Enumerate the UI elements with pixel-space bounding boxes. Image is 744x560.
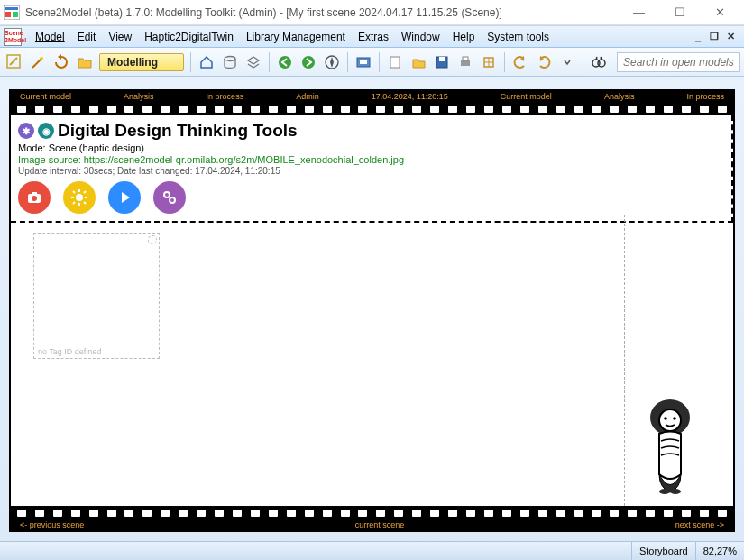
dropdown-icon[interactable] (556, 51, 578, 73)
svg-rect-11 (360, 60, 367, 64)
edit-tool-icon[interactable] (4, 51, 25, 73)
canvas[interactable]: ✱ ◉ Digital Design Thinking Tools Mode: … (11, 115, 733, 506)
menu-system-tools[interactable]: System tools (481, 28, 556, 46)
screenshot-icon[interactable] (353, 51, 374, 73)
current-scene-label: current scene (355, 520, 405, 529)
divider-line (624, 215, 625, 506)
open-icon[interactable] (408, 51, 429, 73)
save-icon[interactable] (431, 51, 453, 73)
menu-help[interactable]: Help (446, 28, 482, 46)
svg-line-31 (73, 202, 75, 204)
image-placeholder[interactable]: no Tag ID defined (33, 233, 160, 359)
svg-rect-16 (463, 57, 468, 60)
doc-icon: Scene2Model (4, 28, 22, 46)
new-doc-icon[interactable] (384, 51, 406, 73)
svg-rect-15 (461, 60, 470, 66)
print-icon[interactable] (455, 51, 476, 73)
svg-point-39 (670, 489, 681, 494)
gears-icon (161, 188, 179, 207)
mdi-close-button[interactable]: ✕ (724, 31, 737, 43)
svg-rect-1 (5, 7, 18, 10)
menu-view[interactable]: View (102, 28, 138, 46)
mode-selector[interactable]: Modelling (99, 53, 184, 71)
database-icon[interactable] (219, 51, 241, 73)
export-icon[interactable] (478, 51, 500, 73)
film-label: 17.04.2024, 11:20:15 (372, 92, 448, 101)
forward-icon[interactable] (298, 51, 319, 73)
status-view[interactable]: Storyboard (631, 542, 695, 560)
menu-edit[interactable]: Edit (71, 28, 103, 46)
svg-point-21 (32, 196, 37, 201)
wand-icon[interactable] (27, 51, 49, 73)
menu-window[interactable]: Window (395, 28, 446, 46)
svg-point-33 (170, 197, 175, 203)
back-icon[interactable] (274, 51, 296, 73)
menubar: Scene2Model Model Edit View Haptic2Digit… (0, 25, 744, 48)
window-title: Scene2Model (beta) 1.7.0: Modelling Tool… (25, 6, 619, 19)
placeholder-handle-icon (148, 235, 157, 244)
search-input[interactable] (617, 52, 740, 72)
svg-point-5 (40, 57, 43, 60)
undo-icon[interactable] (510, 51, 531, 73)
svg-point-37 (673, 417, 676, 420)
film-label: In process (686, 92, 724, 101)
status-zoom[interactable]: 82,27% (695, 542, 744, 560)
tool-badge-icon: ✱ (18, 123, 34, 139)
persona-figure[interactable] (643, 398, 697, 497)
scene-source-link[interactable]: Image source: https://scene2model-qr.omi… (18, 154, 724, 165)
binoculars-icon[interactable] (588, 51, 610, 73)
sun-button[interactable] (63, 181, 96, 214)
menu-haptic2digitaltwin[interactable]: Haptic2DigitalTwin (138, 28, 240, 46)
toolbar: Modelling (0, 48, 744, 77)
prev-scene-link[interactable]: <- previous scene (20, 520, 84, 529)
statusbar: Storyboard 82,27% (0, 541, 744, 560)
minimize-button[interactable]: — (619, 0, 659, 25)
svg-rect-12 (390, 57, 400, 68)
svg-point-32 (164, 192, 170, 197)
svg-point-38 (659, 489, 670, 494)
search-field[interactable] (617, 52, 740, 72)
menu-extras[interactable]: Extras (352, 28, 395, 46)
mdi-restore-button[interactable]: ❐ (708, 31, 721, 43)
workspace: Current model Analysis In process Admin … (0, 77, 744, 541)
menu-model[interactable]: Model (29, 28, 71, 46)
home-icon[interactable] (196, 51, 217, 73)
folder-icon[interactable] (74, 51, 96, 73)
globe-badge-icon: ◉ (38, 123, 54, 139)
svg-point-36 (664, 417, 667, 420)
filmstrip-frame: Current model Analysis In process Admin … (9, 89, 735, 532)
film-label: Admin (296, 92, 319, 101)
film-label: In process (207, 92, 244, 101)
play-button[interactable] (108, 181, 141, 214)
svg-rect-14 (439, 57, 445, 61)
svg-rect-3 (13, 12, 18, 17)
window-titlebar: Scene2Model (beta) 1.7.0: Modelling Tool… (0, 0, 744, 25)
maximize-button[interactable]: ☐ (659, 0, 700, 25)
film-label: Current model (20, 92, 71, 101)
scene-mode-text: Mode: Scene (haptic design) (18, 142, 724, 153)
compass-icon[interactable] (321, 51, 343, 73)
camera-button[interactable] (18, 181, 51, 214)
film-label: Analysis (604, 92, 635, 101)
scene-title: Digital Design Thinking Tools (58, 121, 298, 141)
refresh-icon[interactable] (51, 51, 72, 73)
app-icon (4, 5, 20, 20)
layers-icon[interactable] (243, 51, 264, 73)
scene-header: ✱ ◉ Digital Design Thinking Tools Mode: … (11, 115, 733, 223)
placeholder-tag-text: no Tag ID defined (38, 347, 101, 356)
sun-icon (70, 188, 88, 207)
play-icon (115, 188, 133, 207)
svg-point-35 (659, 409, 681, 431)
next-scene-link[interactable]: next scene -> (675, 520, 724, 529)
redo-icon[interactable] (533, 51, 555, 73)
svg-point-8 (302, 56, 315, 69)
film-label: Analysis (124, 92, 154, 101)
mdi-minimize-button[interactable]: _ (692, 31, 704, 43)
svg-line-29 (84, 202, 86, 204)
film-band-top: Current model Analysis In process Admin … (11, 91, 733, 115)
svg-rect-22 (32, 192, 37, 195)
menu-library-management[interactable]: Library Management (240, 28, 352, 46)
film-label: Current model (501, 92, 552, 101)
close-button[interactable]: ✕ (700, 0, 740, 25)
settings-button[interactable] (153, 181, 186, 214)
